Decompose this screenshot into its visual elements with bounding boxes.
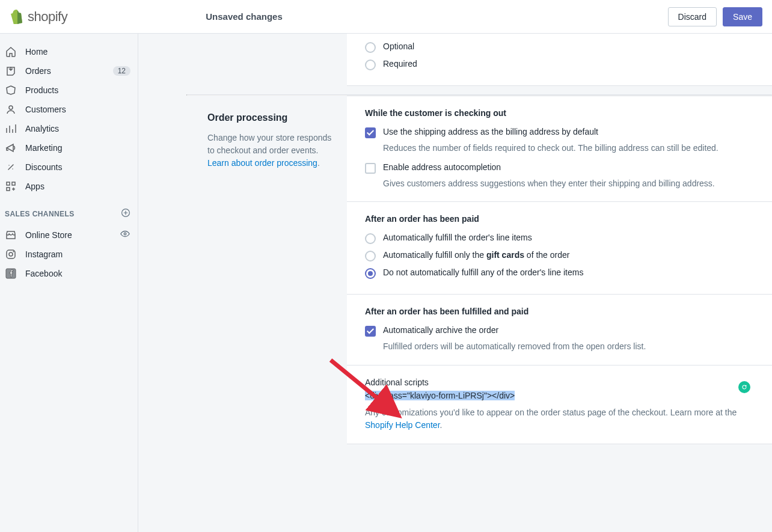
checkbox-label: Use the shipping address as the billing …	[383, 127, 598, 136]
radio-label: Optional	[383, 41, 414, 51]
svg-rect-2	[12, 182, 15, 185]
customers-icon	[5, 103, 17, 115]
radio-icon	[365, 60, 376, 70]
shopify-wordmark: shopify	[28, 9, 67, 25]
products-icon	[5, 84, 17, 96]
svg-rect-1	[7, 182, 10, 185]
section-title: Order processing	[207, 112, 335, 123]
checkbox-label: Automatically archive the order	[383, 325, 498, 335]
nav-label: Products	[25, 85, 58, 95]
nav-discounts[interactable]: Discounts	[0, 157, 138, 177]
radio-auto-fulfill-giftcards[interactable]: Automatically fulfill only the gift card…	[365, 247, 760, 264]
svg-point-5	[124, 233, 126, 235]
while-checkout-section: While the customer is checking out Use t…	[347, 96, 772, 201]
radio-no-auto-fulfill[interactable]: Do not automatically fulfill any of the …	[365, 264, 760, 282]
nav-home[interactable]: Home	[0, 42, 138, 61]
sales-channels-header: SALES CHANNELS	[0, 196, 138, 225]
nav-label: Marketing	[25, 143, 62, 153]
orders-icon	[5, 65, 17, 77]
shopify-logo[interactable]: shopify	[10, 9, 67, 25]
nav-label: Orders	[25, 66, 51, 76]
after-paid-section: After an order has been paid Automatical…	[347, 201, 772, 294]
home-icon	[5, 46, 17, 58]
radio-icon	[365, 268, 376, 279]
checkbox-icon	[365, 127, 376, 138]
subsection-heading: After an order has been fulfilled and pa…	[365, 307, 760, 316]
section-description: Change how your store responds to checko…	[207, 132, 335, 170]
period: .	[440, 420, 443, 430]
analytics-icon	[5, 123, 17, 135]
order-processing-card: While the customer is checking out Use t…	[347, 96, 772, 444]
checkbox-autocomplete[interactable]: Enable address autocompletion	[365, 159, 760, 177]
desc-text: Change how your store responds to checko…	[207, 133, 331, 155]
main-content: Optional Required Order processing Chang…	[138, 34, 772, 532]
nav-orders[interactable]: Orders 12	[0, 61, 138, 81]
nav-label: Apps	[25, 182, 44, 191]
nav-apps[interactable]: Apps	[0, 177, 138, 196]
nav-label: Facebook	[25, 269, 62, 278]
nav-label: Analytics	[25, 124, 59, 133]
radio-icon	[365, 251, 376, 261]
view-store-icon[interactable]	[120, 228, 130, 241]
marketing-icon	[5, 142, 17, 154]
section-side: Order processing Change how your store r…	[138, 96, 347, 182]
checkbox-icon	[365, 326, 376, 337]
svg-point-0	[9, 106, 13, 109]
nav-label: Instagram	[25, 249, 63, 259]
radio-icon	[365, 233, 376, 244]
subsection-heading: While the customer is checking out	[365, 108, 760, 118]
scripts-label: Additional scripts	[365, 378, 758, 387]
nav-instagram[interactable]: Instagram	[0, 245, 138, 264]
grammarly-icon[interactable]	[738, 381, 750, 393]
hint-text: Any customizations you'd like to appear …	[365, 408, 737, 417]
option-hint: Fulfilled orders will be automatically r…	[383, 341, 760, 353]
instagram-icon	[5, 248, 17, 260]
svg-point-7	[9, 252, 13, 256]
nav-label: Home	[25, 47, 47, 57]
period: .	[317, 158, 320, 168]
online-store-icon	[5, 229, 17, 241]
topbar-actions: Discard Save	[668, 7, 762, 26]
add-channel-icon[interactable]	[121, 208, 130, 220]
topbar: shopify Unsaved changes Discard Save	[0, 0, 772, 34]
nav-label: Online Store	[25, 230, 72, 240]
help-center-link[interactable]: Shopify Help Center	[365, 420, 440, 430]
option-hint: Reduces the number of fields required to…	[383, 142, 760, 154]
sales-channels-label: SALES CHANNELS	[5, 210, 75, 218]
radio-icon	[365, 42, 376, 53]
apps-icon	[5, 180, 17, 192]
discounts-icon	[5, 161, 17, 173]
after-fulfilled-section: After an order has been fulfilled and pa…	[347, 294, 772, 365]
checkbox-label: Enable address autocompletion	[383, 162, 501, 172]
svg-rect-3	[7, 188, 10, 191]
scripts-hint: Any customizations you'd like to appear …	[365, 406, 758, 432]
additional-scripts-section: Additional scripts <div class="klaviyo-f…	[347, 365, 772, 444]
nav-label: Discounts	[25, 162, 62, 172]
shopify-bag-icon	[10, 10, 24, 24]
option-hint: Gives customers address suggestions when…	[383, 178, 760, 190]
learn-about-link[interactable]: Learn about order processing	[207, 158, 317, 168]
nav-analytics[interactable]: Analytics	[0, 119, 138, 138]
orders-badge: 12	[113, 66, 130, 76]
checkbox-icon	[365, 163, 376, 174]
nav-online-store[interactable]: Online Store	[0, 225, 138, 245]
radio-required[interactable]: Required	[365, 56, 760, 73]
checkbox-auto-archive[interactable]: Automatically archive the order	[365, 322, 760, 340]
subsection-heading: After an order has been paid	[365, 214, 760, 224]
radio-optional[interactable]: Optional	[365, 38, 760, 56]
nav-products[interactable]: Products	[0, 81, 138, 100]
additional-scripts-input[interactable]: <div class="klaviyo-form-LiPRSj"></div>	[365, 391, 758, 400]
topbar-title: Unsaved changes	[206, 11, 283, 22]
nav-marketing[interactable]: Marketing	[0, 138, 138, 157]
discard-button[interactable]: Discard	[668, 7, 717, 26]
svg-point-8	[13, 251, 14, 252]
radio-auto-fulfill-all[interactable]: Automatically fulfill the order's line i…	[365, 230, 760, 247]
nav-customers[interactable]: Customers	[0, 100, 138, 119]
facebook-icon	[5, 268, 17, 280]
save-button[interactable]: Save	[723, 7, 762, 26]
nav-facebook[interactable]: Facebook	[0, 264, 138, 283]
checkbox-use-shipping[interactable]: Use the shipping address as the billing …	[365, 124, 760, 141]
sidebar: Home Orders 12 Products Customers Analyt…	[0, 34, 138, 532]
radio-label: Required	[383, 59, 417, 69]
radio-label: Automatically fulfill the order's line i…	[383, 233, 532, 242]
